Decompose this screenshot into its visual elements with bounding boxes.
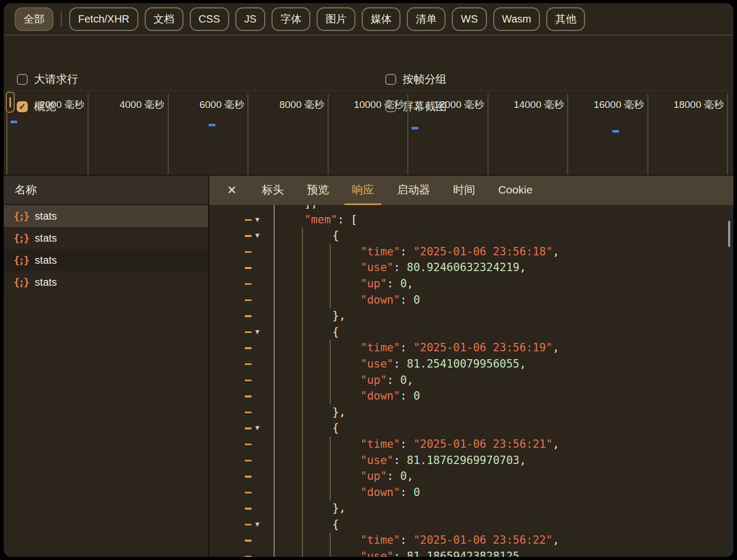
timeline-tick-label: 14000 毫秒 [485, 98, 564, 111]
code-line: "time": "2025-01-06 23:56:19", [209, 340, 725, 356]
filter-button-11[interactable]: 其他 [546, 7, 585, 31]
code-line: ▼{ [209, 516, 725, 533]
token-p: { [332, 518, 339, 531]
token-k: "use" [361, 550, 394, 557]
request-row[interactable]: {;}stats [4, 227, 208, 249]
code-text: "time": "2025-01-06 23:56:19", [361, 340, 559, 356]
code-line: ], [209, 205, 725, 212]
token-s: "2025-01-06 23:56:18" [414, 245, 553, 258]
token-n: 80.92460632324219 [407, 261, 519, 274]
tab-1[interactable]: 预览 [299, 176, 336, 205]
token-p: : [394, 358, 407, 370]
token-p: , [552, 341, 559, 354]
token-p: }, [332, 309, 345, 322]
token-p: : [ [338, 213, 357, 226]
code-text: { [332, 228, 339, 244]
code-text: "down": 0 [361, 292, 420, 308]
option-0[interactable]: 大请求行 [17, 72, 78, 87]
code-text: "use": 81.18762969970703, [361, 453, 526, 469]
name-column-label: 名称 [15, 182, 37, 197]
code-text: ], [305, 205, 318, 212]
timeline-request-marker[interactable] [209, 124, 215, 126]
code-text: }, [332, 500, 345, 516]
token-k: "down" [361, 390, 400, 402]
token-p: : [387, 277, 400, 290]
token-n: 81.18659423828125 [407, 550, 519, 557]
fold-dash-icon [245, 331, 252, 333]
fold-dash-icon [245, 444, 252, 446]
tab-5[interactable]: Cookie [491, 176, 539, 205]
tab-0[interactable]: 标头 [254, 176, 291, 205]
token-k: "down" [361, 486, 400, 499]
code-line: "down": 0 [209, 388, 725, 404]
checkbox-unchecked[interactable] [385, 74, 396, 85]
option-1[interactable]: 按帧分组 [385, 72, 447, 87]
token-p: , [407, 277, 414, 290]
timeline-tick-label: 8000 毫秒 [246, 98, 324, 111]
json-icon: {;} [14, 232, 28, 244]
name-column-header[interactable]: 名称 [4, 176, 208, 205]
response-json-viewer[interactable]: ],▼"mem": [▼{"time": "2025-01-06 23:56:1… [209, 205, 733, 557]
filter-button-4[interactable]: JS [235, 7, 265, 31]
filter-button-5[interactable]: 字体 [272, 7, 310, 31]
expand-arrow-icon[interactable]: ▼ [255, 420, 266, 436]
scrollbar-thumb[interactable] [728, 221, 730, 247]
code-text: "time": "2025-01-06 23:56:18", [361, 244, 559, 260]
token-p: , [552, 534, 559, 546]
request-name: stats [35, 254, 57, 266]
token-s: "2025-01-06 23:56:19" [414, 341, 553, 354]
filter-button-8[interactable]: 清单 [407, 7, 446, 31]
expand-arrow-icon[interactable]: ▼ [255, 212, 266, 228]
token-k: "mem" [305, 213, 338, 226]
request-row[interactable]: {;}stats [4, 205, 208, 227]
expand-arrow-icon[interactable]: ▼ [255, 516, 266, 533]
token-p: : [400, 390, 413, 402]
fold-dash-icon [245, 492, 252, 494]
filter-button-7[interactable]: 媒体 [362, 7, 400, 31]
requests-panel: 名称 {;}stats{;}stats{;}stats{;}stats [4, 176, 209, 557]
token-n: 0 [414, 390, 420, 402]
token-p: { [332, 229, 339, 242]
code-line: }, [209, 404, 725, 421]
code-line: "up": 0, [209, 372, 725, 389]
token-k: "use" [361, 261, 394, 274]
code-line: }, [209, 308, 725, 324]
close-icon[interactable]: ✕ [221, 176, 243, 205]
token-k: "up" [361, 374, 387, 386]
filter-separator [61, 12, 62, 26]
tab-2[interactable]: 响应 [344, 176, 381, 205]
code-text: }, [332, 404, 345, 421]
vertical-scrollbar[interactable] [725, 205, 733, 557]
filter-button-2[interactable]: 文档 [145, 7, 183, 31]
code-line: ▼"mem": [ [209, 212, 725, 228]
request-row[interactable]: {;}stats [4, 271, 208, 293]
token-p: }, [332, 502, 345, 514]
checkbox-unchecked[interactable] [17, 74, 28, 85]
network-overview-timeline[interactable]: 2000 毫秒4000 毫秒6000 毫秒8000 毫秒10000 毫秒1200… [4, 90, 733, 175]
request-row[interactable]: {;}stats [4, 249, 208, 271]
fold-dash-icon [245, 235, 252, 237]
timeline-request-marker[interactable] [411, 127, 418, 130]
timeline-request-marker[interactable] [612, 130, 619, 133]
filter-button-9[interactable]: WS [452, 7, 486, 31]
token-k: "time" [361, 438, 400, 450]
timeline-tick-label: 18000 毫秒 [645, 98, 724, 111]
filter-button-6[interactable]: 图片 [317, 7, 355, 31]
indent-guide [330, 340, 331, 404]
fold-dash-icon [245, 315, 252, 317]
expand-arrow-icon[interactable]: ▼ [255, 324, 266, 340]
timeline-request-marker[interactable] [10, 121, 17, 123]
filter-button-0[interactable]: 全部 [15, 7, 53, 31]
tab-4[interactable]: 时间 [446, 176, 482, 205]
filter-button-10[interactable]: Wasm [493, 7, 540, 31]
option-label: 按帧分组 [403, 72, 447, 87]
filter-button-3[interactable]: CSS [190, 7, 229, 31]
expand-arrow-icon[interactable]: ▼ [255, 228, 266, 244]
token-p: : [400, 534, 413, 546]
filter-button-1[interactable]: Fetch/XHR [69, 7, 138, 31]
token-k: "use" [361, 454, 394, 467]
code-line: ▼{ [209, 228, 725, 244]
indent-guide [302, 228, 303, 557]
tab-3[interactable]: 启动器 [389, 176, 437, 205]
fold-dash-icon [245, 395, 252, 397]
